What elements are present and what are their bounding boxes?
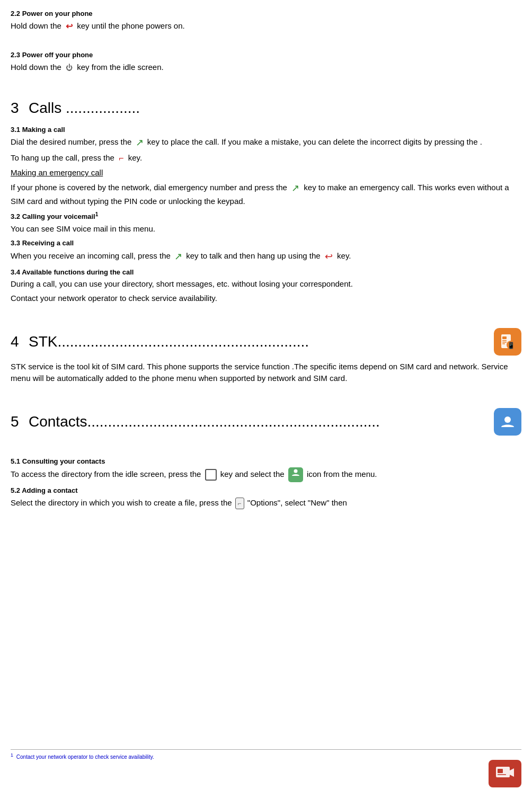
stk-chapter-icon: 📱 bbox=[494, 328, 521, 356]
chapter-3-number: 3 bbox=[11, 97, 23, 119]
hangup-icon-2: ↩ bbox=[325, 250, 333, 264]
page-content: 2.2 Power on your phone Hold down the ↩ … bbox=[11, 8, 521, 793]
chapter-3-title: Calls .................. bbox=[29, 97, 521, 119]
svg-point-8 bbox=[294, 469, 297, 473]
section-3-1-title: 3.1 Making a call bbox=[11, 125, 521, 135]
svg-marker-10 bbox=[510, 768, 514, 777]
section-3-1-p2: To hang up the call, press the ⌐ key. bbox=[11, 152, 521, 165]
section-3-4-p2: Contact your network operator to check s… bbox=[11, 292, 521, 305]
chapter-3-header: 3 Calls .................. bbox=[11, 97, 521, 119]
chapter-4-title: STK.....................................… bbox=[29, 331, 489, 353]
contacts-inline-icon bbox=[288, 467, 303, 482]
svg-rect-3 bbox=[502, 342, 507, 343]
incoming-call-icon: ↗ bbox=[174, 250, 182, 264]
svg-rect-4 bbox=[502, 343, 505, 344]
stk-text: STK service is the tool kit of SIM card.… bbox=[11, 361, 521, 385]
section-3-3-title: 3.3 Receiving a call bbox=[11, 238, 521, 249]
svg-point-7 bbox=[504, 416, 511, 423]
menu-key-inline-icon bbox=[205, 469, 217, 481]
svg-rect-2 bbox=[502, 340, 507, 341]
footnote-number: 1 bbox=[11, 752, 13, 758]
section-2-3-text: Hold down the ⏻ key from the idle screen… bbox=[11, 61, 521, 74]
section-3-4-title: 3.4 Available functions during the call bbox=[11, 267, 521, 278]
section-3-1-p1: Dial the desired number, press the ↗ key… bbox=[11, 136, 521, 150]
hangup-key-icon: ⌐ bbox=[119, 152, 123, 165]
section-5-1-text: To access the directory from the idle sc… bbox=[11, 467, 521, 482]
contacts-chapter-icon bbox=[494, 408, 521, 436]
svg-rect-11 bbox=[498, 769, 503, 773]
section-5-1-title: 5.1 Consulting your contacts bbox=[11, 456, 521, 467]
section-3-2-title: 3.2 Calling your voicemail1 bbox=[11, 210, 521, 222]
chapter-5-title: Contacts................................… bbox=[29, 411, 489, 433]
chapter-4-number: 4 bbox=[11, 331, 23, 353]
options-key-icon: ⌐ bbox=[235, 498, 244, 509]
chapter-5-number: 5 bbox=[11, 411, 23, 433]
emergency-text: If your phone is covered by the network,… bbox=[11, 181, 521, 208]
section-5-2-title: 5.2 Adding a contact bbox=[11, 485, 521, 496]
chapter-4-header: 4 STK...................................… bbox=[11, 328, 521, 356]
svg-rect-1 bbox=[502, 336, 507, 339]
section-3-2-text: You can see SIM voice mail in this menu. bbox=[11, 223, 521, 235]
section-2-2-title: 2.2 Power on your phone bbox=[11, 8, 521, 19]
chapter-5-header: 5 Contacts..............................… bbox=[11, 408, 521, 436]
section-5-2-text: Select the directory in which you wish t… bbox=[11, 497, 521, 509]
emergency-call-icon: ↗ bbox=[291, 181, 299, 196]
bottom-right-media-icon bbox=[489, 760, 521, 787]
footnote-area: 1 Contact your network operator to check… bbox=[11, 744, 521, 761]
svg-rect-12 bbox=[498, 774, 506, 775]
section-2-3-title: 2.3 Power off your phone bbox=[11, 50, 521, 60]
idle-power-icon: ⏻ bbox=[66, 63, 73, 73]
emergency-heading: Making an emergency call bbox=[11, 167, 521, 179]
footnote-text: 1 Contact your network operator to check… bbox=[11, 749, 521, 761]
svg-text:📱: 📱 bbox=[507, 341, 515, 349]
section-3-4-p1: During a call, you can use your director… bbox=[11, 278, 521, 290]
call-place-icon: ↗ bbox=[136, 136, 144, 150]
section-2-2-text: Hold down the ↩ key until the phone powe… bbox=[11, 20, 521, 33]
power-key-icon: ↩ bbox=[66, 20, 73, 33]
section-3-3-text: When you receive an incoming call, press… bbox=[11, 250, 521, 264]
